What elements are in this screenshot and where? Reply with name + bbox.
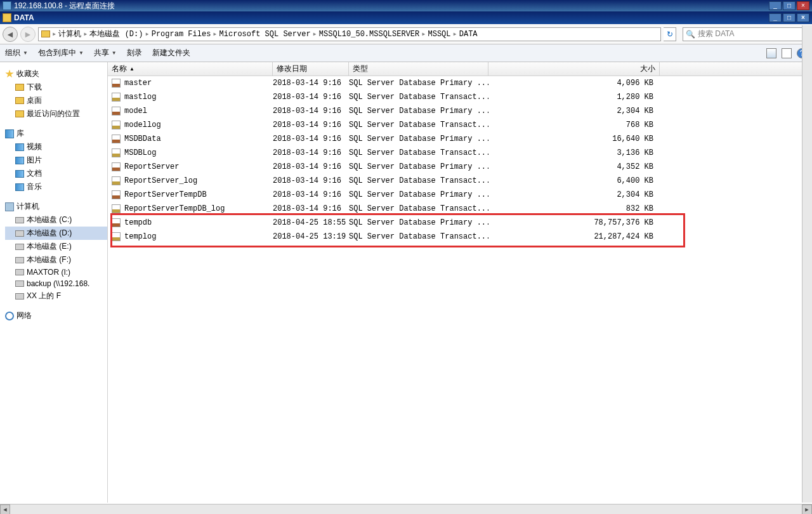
file-type: SQL Server Database Primary ... (349, 190, 488, 199)
breadcrumb-sep: ▸ (51, 29, 57, 39)
db-primary-file-icon (112, 218, 121, 227)
path-root-icon (41, 30, 50, 37)
rdp-close-button[interactable]: × (797, 1, 809, 10)
file-row[interactable]: ReportServer2018-03-14 9:16SQL Server Da… (108, 160, 812, 174)
include-in-library-button[interactable]: 包含到库中▼ (38, 48, 84, 58)
file-row[interactable]: MSDBData2018-03-14 9:16SQL Server Databa… (108, 132, 812, 146)
refresh-button[interactable]: ↻ (664, 27, 676, 41)
breadcrumb-item[interactable]: MSSQL10_50.MSSQLSERVER (318, 30, 421, 39)
sidebar-item-label: 桌面 (27, 95, 42, 106)
sidebar-item[interactable]: 桌面 (5, 94, 107, 107)
sidebar-item[interactable]: 本地磁盘 (C:) (5, 213, 107, 227)
sidebar-item-label: backup (\\192.168. (27, 279, 89, 288)
column-type[interactable]: 类型 (349, 62, 488, 76)
drive-icon (15, 84, 24, 91)
breadcrumb-item[interactable]: 计算机 (57, 30, 82, 39)
file-size: 16,640 KB (488, 135, 660, 143)
sidebar-item[interactable]: 图片 (5, 154, 107, 167)
sidebar-item[interactable]: 本地磁盘 (F:) (5, 253, 107, 267)
file-size: 4,096 KB (488, 79, 660, 88)
column-modified[interactable]: 修改日期 (273, 62, 349, 76)
explorer-minimize-button[interactable]: _ (769, 13, 782, 22)
drive-icon (15, 257, 24, 263)
sidebar-item[interactable]: 文档 (5, 167, 107, 180)
file-type: SQL Server Database Primary ... (349, 107, 488, 115)
sidebar-item-label: 最近访问的位置 (27, 109, 80, 119)
file-row[interactable]: ReportServer_log2018-03-14 9:16SQL Serve… (108, 174, 812, 188)
drive-icon (15, 110, 24, 117)
file-name: master (124, 79, 152, 88)
db-primary-file-icon (112, 135, 121, 143)
file-row[interactable]: MSDBLog2018-03-14 9:16SQL Server Databas… (108, 146, 812, 160)
sidebar-item[interactable]: XX 上的 F (5, 289, 107, 303)
nav-forward-button[interactable]: ► (20, 27, 36, 42)
file-type: SQL Server Database Transact... (349, 148, 488, 157)
sidebar-item[interactable]: 本地磁盘 (E:) (5, 240, 107, 253)
computer-group[interactable]: 计算机 (5, 200, 107, 213)
file-row[interactable]: ReportServerTempDB_log2018-03-14 9:16SQL… (108, 202, 812, 216)
db-primary-file-icon (112, 190, 121, 199)
db-primary-file-icon (112, 107, 121, 115)
file-type: SQL Server Database Primary ... (349, 218, 488, 227)
explorer-maximize-button[interactable]: □ (783, 13, 796, 22)
network-group[interactable]: 网络 (5, 309, 107, 322)
breadcrumb-path[interactable]: ▸ 计算机▸本地磁盘 (D:)▸Program Files▸Microsoft … (38, 27, 661, 41)
file-size: 6,400 KB (488, 176, 660, 185)
nav-back-button[interactable]: ◄ (3, 27, 18, 42)
sidebar-item[interactable]: MAXTOR (I:) (5, 267, 107, 278)
file-date: 2018-03-14 9:16 (273, 135, 349, 143)
libraries-group[interactable]: 库 (5, 127, 107, 140)
navigation-pane: 收藏夹 下载桌面最近访问的位置 库 视频图片文档音乐 计算机 本地磁盘 (C:)… (0, 62, 108, 503)
drive-icon (15, 280, 24, 287)
preview-pane-button[interactable] (782, 48, 792, 58)
column-size[interactable]: 大小 (488, 62, 660, 76)
file-list[interactable]: 名称▲ 修改日期 类型 大小 master2018-03-14 9:16SQL … (108, 62, 812, 503)
scroll-right-button[interactable]: ► (802, 504, 812, 514)
sidebar-item[interactable]: 视频 (5, 140, 107, 154)
favorites-group[interactable]: 收藏夹 (5, 67, 107, 81)
sidebar-item[interactable]: backup (\\192.168. (5, 278, 107, 289)
sidebar-item[interactable]: 音乐 (5, 180, 107, 194)
drive-icon (15, 157, 24, 164)
file-row[interactable]: model2018-03-14 9:16SQL Server Database … (108, 104, 812, 118)
breadcrumb-item[interactable]: 本地磁盘 (D:) (88, 30, 144, 39)
rdp-minimize-button[interactable]: _ (769, 1, 782, 10)
sidebar-item[interactable]: 下载 (5, 81, 107, 94)
file-date: 2018-03-14 9:16 (273, 148, 349, 157)
file-date: 2018-03-14 9:16 (273, 176, 349, 185)
vertical-scrollbar[interactable] (802, 25, 812, 503)
file-row[interactable]: templog2018-04-25 13:19SQL Server Databa… (108, 230, 812, 244)
sidebar-item[interactable]: 最近访问的位置 (5, 107, 107, 121)
column-name[interactable]: 名称▲ (108, 62, 273, 76)
file-size: 3,136 KB (488, 148, 660, 157)
burn-button[interactable]: 刻录 (127, 48, 142, 58)
horizontal-scrollbar[interactable]: ◄ ► (0, 504, 812, 514)
new-folder-button[interactable]: 新建文件夹 (152, 48, 190, 58)
explorer-toolbar: 组织▼ 包含到库中▼ 共享▼ 刻录 新建文件夹 ? (0, 44, 812, 62)
search-box[interactable]: 🔍 搜索 DATA (683, 27, 809, 41)
breadcrumb-item[interactable]: MSSQL (427, 30, 452, 39)
scroll-left-button[interactable]: ◄ (0, 504, 10, 514)
file-name: ReportServer_log (124, 176, 197, 185)
file-row[interactable]: modellog2018-03-14 9:16SQL Server Databa… (108, 118, 812, 132)
file-row[interactable]: ReportServerTempDB2018-03-14 9:16SQL Ser… (108, 188, 812, 202)
explorer-close-button[interactable]: × (797, 13, 809, 22)
breadcrumb-item[interactable]: Program Files (150, 30, 213, 39)
file-name: ReportServerTempDB (124, 190, 207, 199)
explorer-titlebar[interactable]: DATA _ □ × (0, 11, 812, 24)
file-row[interactable]: tempdb2018-04-25 18:55SQL Server Databas… (108, 216, 812, 230)
breadcrumb-item[interactable]: Microsoft SQL Server (218, 30, 312, 39)
organize-button[interactable]: 组织▼ (5, 48, 28, 58)
file-row[interactable]: mastlog2018-03-14 9:16SQL Server Databas… (108, 90, 812, 104)
sidebar-item-label: 本地磁盘 (D:) (27, 228, 72, 239)
rdp-maximize-button[interactable]: □ (783, 1, 796, 10)
share-button[interactable]: 共享▼ (94, 48, 117, 58)
explorer-title: DATA (14, 13, 34, 22)
file-row[interactable]: master2018-03-14 9:16SQL Server Database… (108, 76, 812, 90)
file-date: 2018-03-14 9:16 (273, 190, 349, 199)
breadcrumb-item[interactable]: DATA (458, 30, 479, 39)
sidebar-item[interactable]: 本地磁盘 (D:) (5, 227, 107, 240)
sidebar-item-label: 本地磁盘 (F:) (27, 254, 71, 265)
view-options-button[interactable] (766, 48, 776, 58)
star-icon (5, 70, 14, 79)
